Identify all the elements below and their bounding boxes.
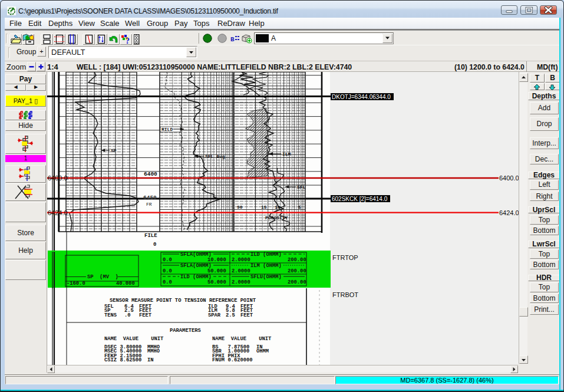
svg-text:IN: IN (147, 357, 154, 363)
svg-text:SPAR: SPAR (208, 312, 221, 318)
svg-text:6400.0: 6400.0 (499, 174, 519, 182)
svg-text:2.0000: 2.0000 (232, 257, 250, 263)
svg-text:SFL Avg.: SFL Avg. (205, 154, 227, 159)
svg-text:SFL: SFL (297, 185, 306, 190)
svg-text:SP (MV ): SP (MV ) (87, 274, 118, 280)
svg-text:SFLU(OHMM): SFLU(OHMM) (250, 274, 282, 280)
svg-text:OHMM: OHMM (256, 348, 269, 354)
svg-text:6400.0: 6400.0 (48, 174, 68, 182)
svg-text:ILM (OHMM): ILM (OHMM) (250, 263, 282, 269)
svg-text:FEET: FEET (139, 312, 152, 318)
svg-text:90: 90 (237, 205, 243, 210)
svg-text:TENS: TENS (104, 312, 117, 318)
svg-text:50.000: 50.000 (207, 268, 226, 274)
svg-text:NAME VALUE UNIT: NAME VALUE UNIT (104, 336, 164, 342)
svg-text:15: 15 (261, 205, 267, 210)
svg-text:200.00: 200.00 (288, 279, 306, 285)
svg-text:FR: FR (146, 202, 152, 207)
svg-text:PARAMETERS: PARAMETERS (170, 328, 201, 334)
svg-text:200.00: 200.00 (288, 268, 306, 274)
svg-text:200.00: 200.00 (288, 257, 306, 263)
svg-text:0.0: 0.0 (163, 279, 172, 285)
svg-text:B: B (230, 36, 235, 43)
svg-text:-160.0: -160.0 (67, 281, 85, 286)
svg-text:50.000: 50.000 (207, 279, 226, 285)
svg-text:CSIZ 8.62500: CSIZ 8.62500 (104, 357, 141, 363)
svg-text:MMHO: MMHO (147, 348, 160, 354)
svg-text:FTRTOP: FTRTOP (332, 254, 358, 261)
svg-text:ILM: ILM (282, 151, 291, 157)
svg-text:6424.0: 6424.0 (48, 209, 68, 216)
svg-text:6450: 6450 (143, 195, 157, 201)
svg-text:FILE: FILE (144, 233, 157, 239)
svg-text:?: ? (126, 37, 130, 45)
svg-text:6424.0: 6424.0 (499, 209, 519, 216)
svg-text:0: 0 (153, 242, 156, 248)
svg-text:A: A (271, 34, 276, 42)
svg-text:10: 10 (275, 205, 281, 210)
svg-text:SP: SP (111, 148, 117, 153)
svg-text:2.0000: 2.0000 (232, 268, 250, 274)
svg-text:POROSITY: POROSITY (265, 215, 288, 220)
svg-text:ILD (OHMM): ILD (OHMM) (180, 274, 212, 280)
svg-text:5: 5 (298, 205, 301, 210)
svg-text:FNUM 0.620000: FNUM 0.620000 (212, 357, 253, 363)
svg-text:6400: 6400 (144, 171, 157, 177)
svg-text:SFLA(OHMM): SFLA(OHMM) (180, 252, 212, 258)
svg-text:602SKCK [2]=6414.0: 602SKCK [2]=6414.0 (332, 196, 388, 202)
svg-text:0.0: 0.0 (163, 268, 172, 274)
svg-text:DKOTJ=6344.06344.0: DKOTJ=6344.06344.0 (332, 94, 391, 100)
svg-text:RILD: RILD (161, 127, 173, 132)
svg-text:2.0000: 2.0000 (232, 279, 250, 285)
svg-text:40.000: 40.000 (116, 281, 135, 286)
svg-text:SFLA(OHMM): SFLA(OHMM) (180, 263, 212, 269)
svg-text:.0: .0 (124, 312, 131, 318)
svg-text:ILD (OHMM): ILD (OHMM) (250, 252, 282, 258)
svg-text:FTRBOT: FTRBOT (332, 291, 358, 298)
svg-text:NAME VALUE UNIT: NAME VALUE UNIT (212, 336, 272, 342)
svg-text:2.5: 2.5 (226, 312, 235, 318)
svg-text:10.000: 10.000 (207, 257, 226, 263)
svg-text:0.0: 0.0 (163, 257, 172, 263)
svg-text:SENSOR MEASURE POINT TO TENSIO: SENSOR MEASURE POINT TO TENSION REFERENC… (110, 298, 256, 304)
svg-text:FEET: FEET (240, 312, 253, 318)
